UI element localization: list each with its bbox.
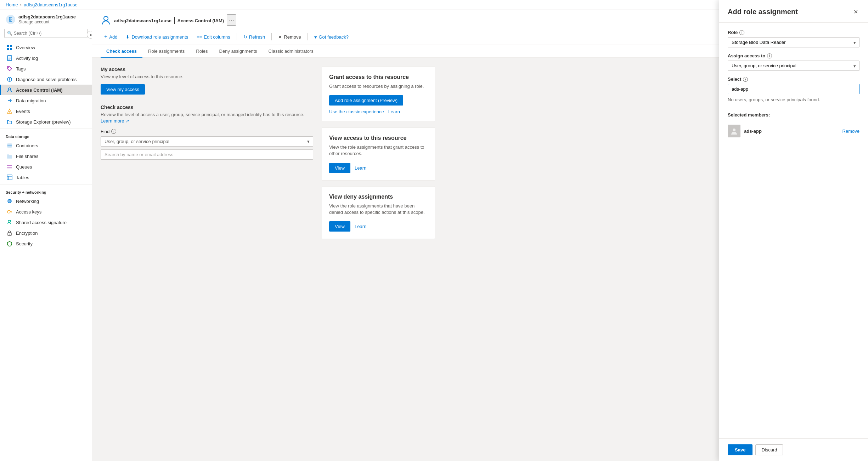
download-icon: ⬇ [126,34,130,40]
sidebar-item-access-keys-label: Access keys [16,209,41,215]
breadcrumb-home[interactable]: Home [6,2,18,7]
view-access-learn-link[interactable]: Learn [355,165,366,171]
sidebar-item-iam[interactable]: Access Control (IAM) [0,85,92,95]
sidebar: 🗄 adlsg2datascans1rg1ause Storage accoun… [0,10,92,461]
view-access-button[interactable]: View [329,163,350,173]
classic-experience-link[interactable]: Use the classic experience [329,109,384,114]
view-deny-button[interactable]: View [329,221,350,232]
tab-classic-administrators[interactable]: Classic administrators [263,45,319,58]
svg-point-13 [9,80,10,81]
view-my-access-button[interactable]: View my access [101,84,145,95]
sidebar-item-migration[interactable]: Data migration [0,95,92,106]
sidebar-item-sas[interactable]: Shared access signature [0,217,92,228]
security-icon [7,241,12,246]
search-input[interactable] [4,29,88,38]
svg-text:🗄: 🗄 [9,17,13,22]
assign-access-select[interactable]: User, group, or service principal [728,61,859,71]
remove-button[interactable]: ✕ Remove [275,33,304,41]
sidebar-item-encryption[interactable]: Encryption [0,228,92,238]
find-label: Find i [101,129,313,134]
role-select[interactable]: Storage Blob Data Reader [728,37,859,47]
svg-rect-3 [10,45,12,47]
sidebar-item-events[interactable]: Events [0,106,92,116]
grant-access-actions: Add role assignment (Preview) [329,95,428,106]
data-storage-section-label: Data storage [0,130,92,140]
collapse-sidebar-button[interactable]: « [87,31,92,39]
add-role-assignment-button[interactable]: Add role assignment (Preview) [329,95,403,106]
overview-icon [7,45,12,50]
role-info-icon[interactable]: i [739,30,744,35]
svg-point-37 [104,16,108,21]
sidebar-item-queues[interactable]: Queues [0,161,92,172]
sidebar-item-activity-log[interactable]: Activity log [0,53,92,63]
page-header-icon [101,15,111,25]
member-remove-button[interactable]: Remove [842,129,859,134]
grant-access-card: Grant access to this resource Grant acce… [322,67,435,122]
find-info-icon[interactable]: i [111,129,116,134]
select-info-icon[interactable]: i [743,77,748,82]
add-label: Add [109,34,117,40]
download-label: Download role assignments [131,34,188,40]
download-role-assignments-button[interactable]: ⬇ Download role assignments [122,33,192,41]
svg-point-14 [9,88,11,90]
sidebar-item-tables[interactable]: Tables [0,172,92,183]
add-role-assignment-panel: Add role assignment ✕ Role i Storage Blo… [719,10,868,461]
panel-close-button[interactable]: ✕ [852,10,859,17]
refresh-icon: ↻ [243,34,247,40]
toolbar-separator-3 [308,33,308,40]
migration-icon [7,98,12,103]
sidebar-item-security[interactable]: Security [0,238,92,249]
find-dropdown[interactable]: User, group, or service principal [101,136,313,147]
feedback-button[interactable]: ♥ Got feedback? [311,33,352,41]
assign-access-info-icon[interactable]: i [767,53,772,58]
sidebar-item-fileshares[interactable]: File shares [0,151,92,161]
save-button[interactable]: Save [728,444,753,455]
sidebar-item-tags[interactable]: Tags [0,63,92,74]
check-access-title: Check access [101,104,313,110]
panel-header: Add role assignment ✕ [719,10,868,23]
sidebar-item-fileshares-label: File shares [16,154,39,159]
more-options-button[interactable]: ··· [227,14,236,26]
networking-icon [7,198,12,204]
my-access-section: My access View my level of access to thi… [101,67,313,95]
page-title: adlsg2datascans1rg1ause | Access Control… [114,16,224,24]
sidebar-item-iam-label: Access Control (IAM) [16,87,62,93]
sidebar-item-networking[interactable]: Networking [0,196,92,206]
svg-point-10 [8,67,9,68]
sidebar-item-diagnose[interactable]: Diagnose and solve problems [0,74,92,85]
tab-roles[interactable]: Roles [190,45,213,58]
add-button[interactable]: + Add [101,32,121,42]
divider-security [0,184,92,184]
grant-learn-more-link[interactable]: Learn [388,109,400,114]
edit-columns-label: Edit columns [204,34,230,40]
discard-button[interactable]: Discard [755,444,783,455]
view-deny-learn-link[interactable]: Learn [355,224,366,229]
svg-point-29 [7,210,10,213]
explorer-icon [7,119,12,125]
sidebar-header: 🗄 adlsg2datascans1rg1ause Storage accoun… [0,10,92,29]
svg-point-39 [733,129,735,131]
tab-classic-administrators-label: Classic administrators [269,49,314,54]
containers-icon [7,143,12,148]
member-name: ads-app [744,129,839,134]
toolbar-separator-2 [271,33,272,40]
refresh-button[interactable]: ↻ Refresh [240,33,269,41]
search-by-name-input[interactable] [101,149,313,160]
select-input[interactable] [728,84,859,94]
edit-columns-button[interactable]: ≡≡ Edit columns [193,33,234,41]
divider-data-storage [0,129,92,129]
sidebar-item-access-keys[interactable]: Access keys [0,206,92,217]
breadcrumb-resource[interactable]: adlsg2datascans1rg1ause [24,2,78,7]
svg-point-36 [9,234,10,234]
tab-deny-assignments[interactable]: Deny assignments [214,45,263,58]
tab-check-access[interactable]: Check access [101,45,142,58]
learn-more-link[interactable]: Learn more ↗ [101,118,129,124]
panel-body: Role i Storage Blob Data Reader ▾ Assign… [719,23,868,438]
sidebar-item-containers[interactable]: Containers [0,140,92,151]
sidebar-item-overview[interactable]: Overview [0,42,92,53]
add-icon: + [104,34,107,40]
view-access-title: View access to this resource [329,135,428,141]
grant-access-desc: Grant access to resources by assigning a… [329,83,428,90]
sidebar-item-explorer[interactable]: Storage Explorer (preview) [0,116,92,127]
tab-role-assignments[interactable]: Role assignments [142,45,190,58]
